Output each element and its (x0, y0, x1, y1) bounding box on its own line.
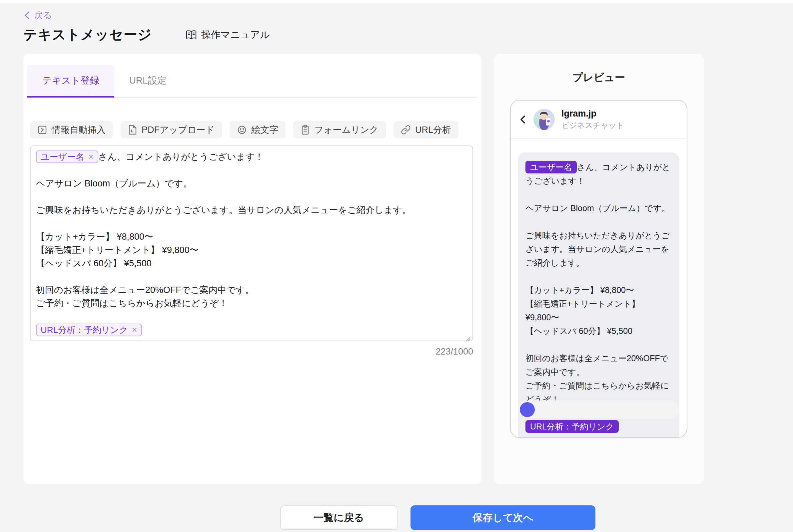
phone-mockup: lgram.jp ビジネスチャット ユーザー名さん、コメントありがとうございます… (510, 100, 687, 438)
auto-insert-info-button[interactable]: 情報自動挿入 (30, 121, 113, 138)
emoji-label: 絵文字 (251, 124, 278, 136)
chat-header: lgram.jp ビジネスチャット (511, 100, 687, 139)
user-name-tag-chip[interactable]: ユーザー名× (36, 151, 98, 163)
message-line-promo1: 初回のお客様は全メニュー20%OFFでご案内中です。 (36, 283, 467, 297)
chat-account-subtitle: ビジネスチャット (561, 120, 624, 131)
resize-handle-icon[interactable] (464, 332, 471, 339)
auto-insert-info-label: 情報自動挿入 (52, 124, 106, 136)
chevron-left-icon (23, 10, 31, 20)
tab-url-settings-label: URL設定 (129, 74, 167, 87)
user-name-pill: ユーザー名 (525, 161, 577, 173)
page-title: テキストメッセージ (23, 26, 152, 44)
back-link-label: 戻る (34, 9, 52, 21)
chat-input-action-dot (520, 402, 535, 417)
form-clipboard-icon (300, 125, 310, 135)
editor-card: テキスト登録 URL設定 情報自動挿入 (23, 54, 481, 484)
footer-actions: 一覧に戻る 保存して次へ (41, 506, 793, 530)
editor-toolbar: 情報自動挿入 PDFアップロード (27, 121, 478, 138)
url-analysis-button[interactable]: URL分析 (393, 121, 459, 138)
chat-input-bar (518, 400, 679, 418)
manual-link-label: 操作マニュアル (201, 28, 270, 42)
manual-link[interactable]: 操作マニュアル (185, 28, 270, 42)
bubble-line-menu2: 【縮毛矯正+トリートメント】 ¥9,800〜 (525, 297, 672, 324)
greeting-text: さん、コメントありがとうございます！ (98, 152, 263, 162)
emoji-button[interactable]: 絵文字 (229, 121, 285, 138)
bubble-line-promo1: 初回のお客様は全メニュー20%OFFでご案内中です。 (525, 352, 672, 379)
url-analysis-tag-chip[interactable]: URL分析：予約リンク× (36, 324, 142, 336)
page-header: 戻る テキストメッセージ 操作マニュアル (0, 3, 793, 44)
message-line-menu2: 【縮毛矯正+トリートメント】 ¥9,800〜 (36, 243, 467, 257)
tab-bar: テキスト登録 URL設定 (27, 54, 478, 97)
save-and-next-button[interactable]: 保存して次へ (410, 506, 595, 530)
message-line-menu3: 【ヘッドスパ 60分】 ¥5,500 (36, 257, 467, 270)
message-line-body: ご興味をお持ちいただきありがとうございます。当サロンの人気メニューをご紹介します… (36, 204, 467, 217)
pdf-upload-button[interactable]: PDFアップロード (121, 121, 222, 138)
preview-title: プレビュー (494, 71, 704, 84)
bubble-line-greeting: ユーザー名さん、コメントありがとうございます！ (525, 160, 672, 188)
chat-back-chevron-icon (519, 114, 527, 125)
remove-tag-icon[interactable]: × (132, 325, 137, 335)
message-line-menu1: 【カット+カラー】 ¥8,800〜 (36, 230, 467, 243)
user-name-tag-label: ユーザー名 (41, 151, 84, 162)
back-link[interactable]: 戻る (23, 9, 52, 21)
pdf-file-icon (128, 125, 137, 135)
insert-info-icon (37, 125, 47, 135)
bubble-line-body: ご興味をお持ちいただきありがとうございます。当サロンの人気メニューをご紹介します… (525, 229, 672, 270)
message-bubble: ユーザー名さん、コメントありがとうございます！ ヘアサロン Bloom（ブルーム… (518, 152, 679, 438)
bubble-line-intro: ヘアサロン Bloom（ブルーム）です。 (525, 202, 672, 215)
message-textarea[interactable]: ユーザー名×さん、コメントありがとうございます！ ヘアサロン Bloom（ブルー… (30, 146, 473, 341)
message-line-intro: ヘアサロン Bloom（ブルーム）です。 (36, 177, 467, 190)
url-analysis-pill: URL分析：予約リンク (525, 420, 619, 433)
avatar (533, 109, 555, 130)
message-line-url-tag: URL分析：予約リンク× (36, 323, 467, 337)
back-to-list-button[interactable]: 一覧に戻る (280, 506, 398, 530)
tab-url-settings[interactable]: URL設定 (114, 65, 182, 97)
bubble-line-menu1: 【カット+カラー】 ¥8,800〜 (525, 283, 672, 297)
form-link-button[interactable]: フォームリンク (293, 121, 386, 138)
chat-account-name: lgram.jp (561, 109, 624, 119)
remove-tag-icon[interactable]: × (88, 151, 94, 162)
main-content: テキスト登録 URL設定 情報自動挿入 (23, 54, 704, 484)
emoji-smile-icon (237, 125, 247, 135)
url-analysis-label: URL分析 (415, 124, 451, 136)
form-link-label: フォームリンク (314, 124, 379, 136)
tab-text-register-label: テキスト登録 (42, 74, 99, 87)
bubble-line-url-tag: URL分析：予約リンク (525, 420, 672, 434)
character-counter: 223/1000 (30, 346, 473, 357)
pdf-upload-label: PDFアップロード (142, 124, 215, 136)
message-line-greeting: ユーザー名×さん、コメントありがとうございます！ (36, 150, 467, 164)
tab-text-register[interactable]: テキスト登録 (27, 65, 114, 97)
message-line-promo2: ご予約・ご質問はこちらからお気軽にどうぞ！ (36, 297, 467, 310)
url-analysis-tag-label: URL分析：予約リンク (41, 325, 128, 335)
top-strip (0, 0, 793, 3)
bubble-line-menu3: 【ヘッドスパ 60分】 ¥5,500 (525, 324, 672, 338)
link-icon (401, 125, 411, 135)
preview-panel: プレビュー (494, 54, 704, 484)
book-icon (185, 30, 197, 40)
chat-area: ユーザー名さん、コメントありがとうございます！ ヘアサロン Bloom（ブルーム… (511, 139, 687, 438)
